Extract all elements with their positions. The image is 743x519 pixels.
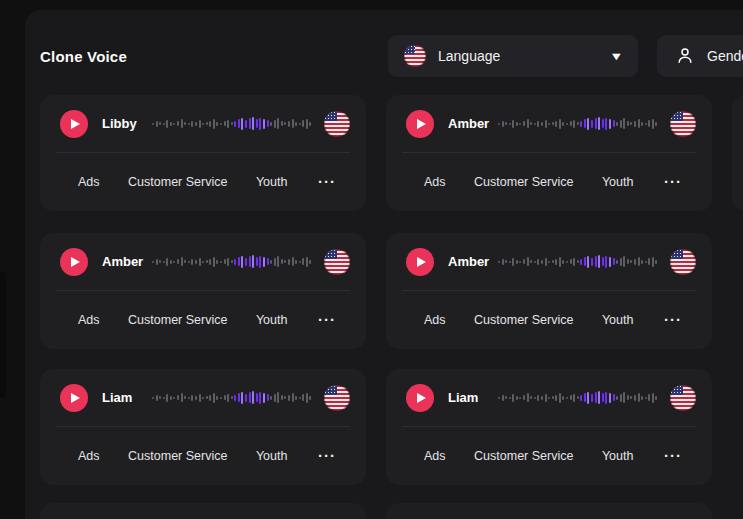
waveform — [498, 384, 658, 412]
more-options-button[interactable]: ··· — [316, 444, 338, 467]
us-flag-icon — [324, 385, 350, 411]
voice-name: Liam — [102, 390, 146, 405]
voice-card[interactable]: Amber Ads Customer Service Youth ··· — [386, 95, 712, 211]
us-flag-icon — [404, 45, 426, 67]
person-icon — [675, 46, 695, 66]
voice-name: Amber — [102, 254, 146, 269]
play-button[interactable] — [60, 248, 88, 276]
voice-name: Libby — [102, 116, 146, 131]
more-options-button[interactable]: ··· — [662, 444, 684, 467]
left-edge-sliver — [0, 272, 6, 398]
tag-customer-service: Customer Service — [128, 313, 227, 327]
more-options-button[interactable]: ··· — [662, 170, 684, 193]
tag-ads: Ads — [424, 175, 446, 189]
gender-filter-button[interactable]: Gender — [657, 35, 743, 77]
tag-customer-service: Customer Service — [128, 175, 227, 189]
voice-card[interactable]: Liam Ads Customer Service Youth ··· — [386, 369, 712, 485]
tag-customer-service: Customer Service — [474, 449, 573, 463]
waveform — [498, 248, 658, 276]
tag-youth: Youth — [256, 313, 288, 327]
waveform — [152, 384, 312, 412]
voice-card-partial[interactable] — [732, 95, 743, 211]
play-icon — [417, 257, 426, 267]
tag-customer-service: Customer Service — [474, 313, 573, 327]
voice-card[interactable]: Amber Ads Customer Service Youth ··· — [40, 233, 366, 349]
play-icon — [71, 393, 80, 403]
play-icon — [71, 119, 80, 129]
tag-customer-service: Customer Service — [474, 175, 573, 189]
play-button[interactable] — [406, 248, 434, 276]
voice-name: Amber — [448, 254, 492, 269]
play-icon — [71, 257, 80, 267]
more-options-button[interactable]: ··· — [662, 308, 684, 331]
play-button[interactable] — [60, 384, 88, 412]
tag-customer-service: Customer Service — [128, 449, 227, 463]
tag-ads: Ads — [424, 449, 446, 463]
us-flag-icon — [324, 249, 350, 275]
us-flag-icon — [670, 111, 696, 137]
tag-ads: Ads — [78, 175, 100, 189]
waveform — [152, 110, 312, 138]
tag-ads: Ads — [424, 313, 446, 327]
play-button[interactable] — [406, 110, 434, 138]
waveform — [498, 110, 658, 138]
play-button[interactable] — [406, 384, 434, 412]
tag-youth: Youth — [602, 175, 634, 189]
page-title: Clone Voice — [40, 48, 127, 65]
voice-name: Liam — [448, 390, 492, 405]
tag-ads: Ads — [78, 313, 100, 327]
voice-card[interactable]: Libby Ads Customer Service Youth ··· — [40, 95, 366, 211]
more-options-button[interactable]: ··· — [316, 308, 338, 331]
tag-youth: Youth — [256, 449, 288, 463]
chevron-down-icon: ▼ — [609, 50, 623, 62]
tag-youth: Youth — [256, 175, 288, 189]
tag-ads: Ads — [78, 449, 100, 463]
us-flag-icon — [670, 385, 696, 411]
us-flag-icon — [324, 111, 350, 137]
play-button[interactable] — [60, 110, 88, 138]
language-filter-label: Language — [438, 48, 500, 64]
voice-card[interactable]: Amber Ads Customer Service Youth ··· — [386, 233, 712, 349]
us-flag-icon — [670, 249, 696, 275]
more-options-button[interactable]: ··· — [316, 170, 338, 193]
gender-filter-label: Gender — [707, 48, 743, 64]
play-icon — [417, 119, 426, 129]
clone-voice-panel: Clone Voice Language ▼ Gender Libby Ads … — [25, 10, 743, 519]
play-icon — [417, 393, 426, 403]
tag-youth: Youth — [602, 313, 634, 327]
waveform — [152, 248, 312, 276]
voice-card-partial[interactable] — [386, 503, 712, 519]
voice-card-partial[interactable] — [40, 503, 366, 519]
language-filter-button[interactable]: Language ▼ — [388, 35, 638, 77]
voice-name: Amber — [448, 116, 492, 131]
voice-card[interactable]: Liam Ads Customer Service Youth ··· — [40, 369, 366, 485]
tag-youth: Youth — [602, 449, 634, 463]
